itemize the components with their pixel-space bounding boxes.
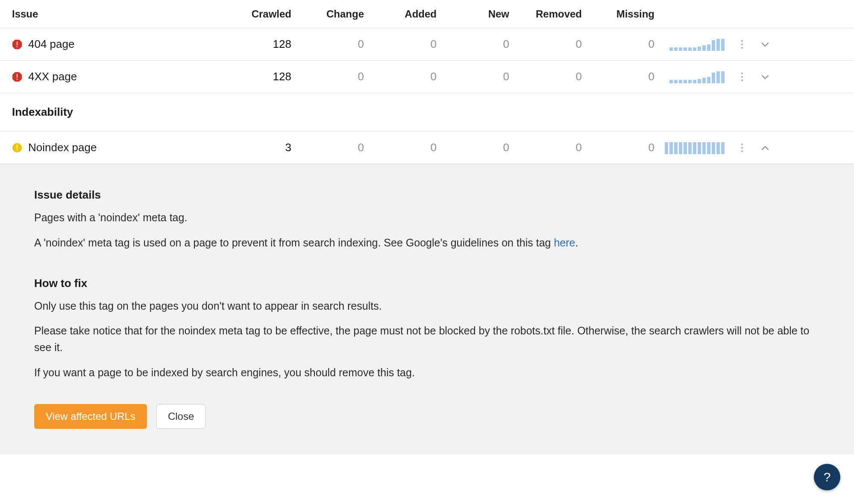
issue-details-heading: Issue details bbox=[34, 188, 820, 202]
issue-details-desc2: A 'noindex' meta tag is used on a page t… bbox=[34, 234, 820, 251]
chevron-up-icon[interactable] bbox=[760, 143, 770, 152]
svg-rect-7 bbox=[17, 74, 18, 78]
svg-point-16 bbox=[741, 147, 743, 148]
error-icon bbox=[12, 72, 22, 82]
svg-point-11 bbox=[741, 79, 743, 81]
svg-point-5 bbox=[741, 47, 743, 48]
guidelines-link[interactable]: here bbox=[554, 237, 575, 249]
svg-rect-13 bbox=[17, 145, 18, 149]
cell-removed: 0 bbox=[513, 70, 585, 83]
svg-point-3 bbox=[741, 40, 743, 41]
table-row[interactable]: Noindex page300000 bbox=[0, 132, 854, 164]
table-row[interactable]: 404 page12800000 bbox=[0, 28, 854, 61]
cell-crawled: 128 bbox=[222, 70, 295, 83]
svg-rect-14 bbox=[17, 149, 18, 151]
cell-added: 0 bbox=[367, 141, 440, 154]
section-label: Indexability bbox=[0, 105, 222, 119]
sparkline bbox=[669, 38, 725, 51]
col-header-new: New bbox=[440, 8, 513, 20]
close-button[interactable]: Close bbox=[156, 404, 205, 429]
cell-removed: 0 bbox=[513, 141, 585, 154]
issue-details-panel: Issue details Pages with a 'noindex' met… bbox=[0, 164, 854, 454]
svg-rect-1 bbox=[17, 41, 18, 45]
cell-crawled: 128 bbox=[222, 38, 295, 51]
chevron-down-icon[interactable] bbox=[760, 72, 770, 82]
sparkline bbox=[665, 141, 725, 154]
cell-new: 0 bbox=[440, 141, 513, 154]
cell-new: 0 bbox=[440, 70, 513, 83]
svg-point-9 bbox=[741, 72, 743, 74]
row-menu-icon[interactable] bbox=[738, 142, 746, 153]
svg-point-4 bbox=[741, 43, 743, 45]
col-header-crawled: Crawled bbox=[222, 8, 295, 20]
howto-p1: Only use this tag on the pages you don't… bbox=[34, 298, 820, 314]
cell-change: 0 bbox=[295, 38, 367, 51]
issue-label: 404 page bbox=[28, 38, 74, 51]
howto-p3: If you want a page to be indexed by sear… bbox=[34, 364, 820, 381]
svg-point-17 bbox=[741, 150, 743, 152]
cell-missing: 0 bbox=[585, 141, 658, 154]
section-indexability: Indexability bbox=[0, 93, 854, 132]
row-menu-icon[interactable] bbox=[738, 39, 746, 50]
error-icon bbox=[12, 39, 22, 50]
cell-removed: 0 bbox=[513, 38, 585, 51]
cell-added: 0 bbox=[367, 38, 440, 51]
table-row[interactable]: 4XX page12800000 bbox=[0, 61, 854, 93]
cell-new: 0 bbox=[440, 38, 513, 51]
howto-p2: Please take notice that for the noindex … bbox=[34, 322, 820, 356]
table-header-row: Issue Crawled Change Added New Removed M… bbox=[0, 0, 854, 28]
issue-label: 4XX page bbox=[28, 70, 77, 83]
view-affected-urls-button[interactable]: View affected URLs bbox=[34, 404, 147, 429]
col-header-change: Change bbox=[295, 8, 367, 20]
col-header-issue: Issue bbox=[0, 8, 222, 20]
col-header-missing: Missing bbox=[585, 8, 658, 20]
svg-rect-8 bbox=[17, 79, 18, 80]
issue-label: Noindex page bbox=[28, 141, 97, 154]
cell-missing: 0 bbox=[585, 38, 658, 51]
chevron-down-icon[interactable] bbox=[760, 40, 770, 49]
cell-change: 0 bbox=[295, 70, 367, 83]
cell-crawled: 3 bbox=[222, 141, 295, 154]
svg-rect-2 bbox=[17, 46, 18, 47]
svg-point-10 bbox=[741, 76, 743, 77]
col-header-removed: Removed bbox=[513, 8, 585, 20]
cell-added: 0 bbox=[367, 70, 440, 83]
cell-missing: 0 bbox=[585, 70, 658, 83]
sparkline bbox=[669, 70, 725, 83]
col-header-added: Added bbox=[367, 8, 440, 20]
warning-icon bbox=[12, 143, 22, 153]
issue-details-desc1: Pages with a 'noindex' meta tag. bbox=[34, 209, 820, 226]
svg-point-15 bbox=[741, 143, 743, 145]
howto-heading: How to fix bbox=[34, 277, 820, 290]
row-menu-icon[interactable] bbox=[738, 71, 746, 82]
cell-change: 0 bbox=[295, 141, 367, 154]
